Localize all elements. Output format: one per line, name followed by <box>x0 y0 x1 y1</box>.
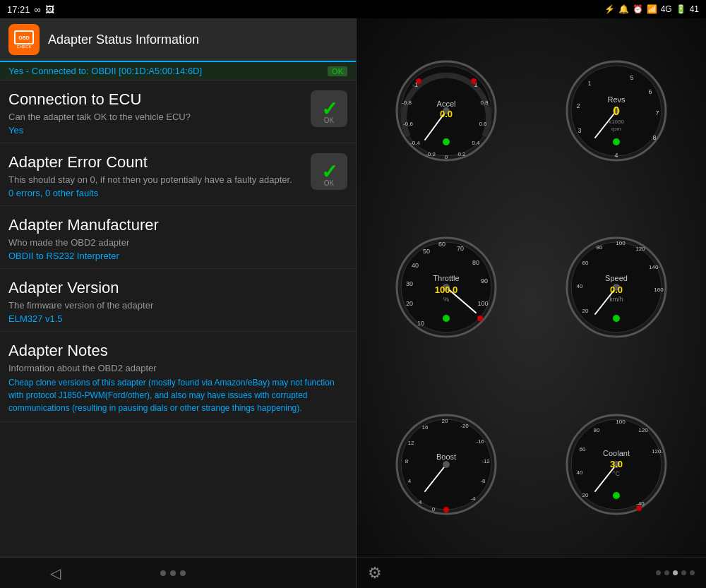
battery-icon: 🔋 <box>676 4 686 14</box>
settings-icon[interactable]: ⚙ <box>368 564 382 582</box>
gauge-cell-speed: 20 40 60 80 100 120 140- 160 Speed <box>533 200 701 374</box>
section-title-ver: Adapter Version <box>8 279 347 297</box>
left-panel: OBD CHECK Adapter Status Information Yes… <box>0 18 357 588</box>
section-version: Adapter Version The firmware version of … <box>0 269 356 332</box>
section-desc-ver: The firmware version of the adapter <box>8 300 347 311</box>
svg-point-15 <box>443 138 450 145</box>
svg-text:-16: -16 <box>476 438 484 445</box>
svg-text:0.6: 0.6 <box>479 121 487 127</box>
svg-text:160: 160 <box>654 287 664 293</box>
section-notes: Adapter Notes Information about the OBD2… <box>0 332 356 422</box>
svg-text:-20: -20 <box>460 423 469 429</box>
image-icon: 🖼 <box>45 4 54 15</box>
section-title-error: Adapter Error Count <box>8 153 304 172</box>
section-link-ecu: Yes <box>8 125 304 136</box>
svg-point-13 <box>416 78 421 84</box>
ok-label-error: OK <box>324 179 334 187</box>
svg-point-100 <box>613 492 620 499</box>
svg-text:6: 6 <box>649 88 652 95</box>
svg-text:Coolant: Coolant <box>603 449 630 457</box>
svg-text:20: 20 <box>582 308 589 314</box>
svg-text:3.0: 3.0 <box>610 459 623 469</box>
ok-icon-error: ✓ OK <box>311 153 347 190</box>
svg-text:Throttle: Throttle <box>433 274 459 282</box>
svg-point-88 <box>443 461 450 468</box>
gauge-cell-boost: -4 0 4 8 12 16 20 -20 -16 -12 -8 -4 <box>362 378 530 551</box>
svg-text:80: 80 <box>597 244 603 251</box>
right-dot-4 <box>681 570 686 575</box>
svg-text:12: 12 <box>407 440 414 446</box>
svg-text:120: 120 <box>636 246 646 252</box>
ok-label-ecu: OK <box>324 116 334 124</box>
svg-text:km/h: km/h <box>609 296 623 303</box>
section-desc-mfr: Who made the OBD2 adapter <box>8 237 347 248</box>
svg-point-49 <box>477 316 483 321</box>
status-bar: 17:21 ∞ 🖼 ⚡ 🔔 ⏰ 📶 4G 🔋 41 <box>0 0 706 18</box>
section-manufacturer: Adapter Manufacturer Who made the OBD2 a… <box>0 206 356 269</box>
section-error-count: Adapter Error Count This should stay on … <box>0 143 356 206</box>
svg-text:40: 40 <box>412 262 419 269</box>
section-note-text: Cheap clone versions of this adapter (mo… <box>8 376 347 414</box>
svg-text:7: 7 <box>656 109 659 116</box>
right-dot-1 <box>656 570 661 575</box>
svg-text:-12: -12 <box>481 458 490 464</box>
svg-text:60: 60 <box>438 241 445 248</box>
svg-point-66 <box>613 315 620 322</box>
svg-text:rpm: rpm <box>611 126 621 132</box>
svg-text:40: 40 <box>577 283 583 289</box>
bottom-nav: ◁ <box>0 557 356 588</box>
nav-dot-3 <box>180 570 186 576</box>
svg-text:Revs: Revs <box>608 95 626 104</box>
gauge-accel: -1 -0.8 -0.6 -0.4 -0.2 0 0.2 <box>394 59 498 163</box>
gauge-cell-accel: -1 -0.8 -0.6 -0.4 -0.2 0 0.2 <box>362 24 530 198</box>
right-panel: -1 -0.8 -0.6 -0.4 -0.2 0 0.2 <box>357 18 706 588</box>
ok-icon-ecu: ✓ OK <box>311 90 347 127</box>
svg-point-101 <box>636 505 642 511</box>
section-connection-ecu: Connection to ECU Can the adapter talk O… <box>0 80 356 143</box>
app-icon-subtext: CHECK <box>16 44 31 49</box>
svg-text:2: 2 <box>577 102 580 109</box>
svg-text:°C: °C <box>613 470 621 477</box>
svg-text:10: 10 <box>417 320 424 327</box>
svg-text:0.2: 0.2 <box>457 151 466 157</box>
svg-text:40: 40 <box>577 469 583 476</box>
svg-point-50 <box>443 315 450 322</box>
svg-text:-0.2: -0.2 <box>426 151 436 157</box>
svg-text:%: % <box>443 296 449 303</box>
svg-text:0: 0 <box>432 506 436 512</box>
svg-text:30: 30 <box>406 280 413 287</box>
section-link-ver: ELM327 v1.5 <box>8 313 347 324</box>
right-nav-dots <box>656 570 695 575</box>
svg-text:4: 4 <box>615 152 618 159</box>
right-bottom-bar: ⚙ <box>357 557 706 588</box>
section-title-ecu: Connection to ECU <box>8 90 304 109</box>
svg-text:90: 90 <box>481 277 488 284</box>
svg-text:80: 80 <box>594 427 600 433</box>
section-link-mfr: OBDII to RS232 Interpreter <box>8 251 347 261</box>
svg-text:120: 120 <box>639 427 649 433</box>
app-title: Adapter Status Information <box>48 32 199 47</box>
svg-text:60: 60 <box>580 446 586 452</box>
svg-text:8: 8 <box>653 134 657 141</box>
gauge-revs: 1 2 3 4 5 6 7 8 Revs 0 <box>564 59 669 163</box>
nav-dot-2 <box>170 570 176 576</box>
svg-text:0: 0 <box>445 154 448 160</box>
nav-dots <box>160 570 186 576</box>
bluetooth-icon: ⚡ <box>604 4 615 14</box>
right-dot-2 <box>664 570 669 575</box>
right-dot-3 <box>673 570 678 575</box>
gauge-coolant: -40 20 40 60 80 100 120 120- <box>564 412 669 517</box>
app-icon: OBD CHECK <box>8 24 40 55</box>
infinity-icon: ∞ <box>35 4 41 15</box>
nav-dot-1 <box>160 570 166 576</box>
svg-text:140-: 140- <box>649 264 660 270</box>
ok-badge: OK <box>328 66 347 76</box>
back-button[interactable]: ◁ <box>50 565 61 582</box>
section-title-notes: Adapter Notes <box>8 342 347 360</box>
svg-text:20: 20 <box>582 492 589 498</box>
wifi-icon: 📶 <box>647 4 657 14</box>
content-area[interactable]: Connection to ECU Can the adapter talk O… <box>0 80 356 557</box>
svg-point-30 <box>613 138 620 145</box>
svg-text:120-: 120- <box>652 448 663 455</box>
svg-text:-0.6: -0.6 <box>403 121 413 127</box>
